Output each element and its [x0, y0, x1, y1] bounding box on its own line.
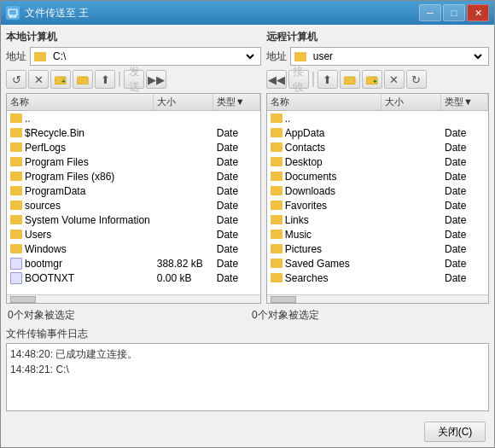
- file-name: Program Files: [25, 156, 89, 168]
- list-item[interactable]: DocumentsDate: [267, 169, 488, 183]
- local-address-row: 地址 C:\: [6, 47, 261, 66]
- list-item[interactable]: ProgramDataDate: [7, 183, 260, 198]
- remote-up-btn[interactable]: ⬆: [317, 70, 338, 89]
- receive-btn[interactable]: 接收: [288, 70, 309, 89]
- remote-list-body[interactable]: ..AppDataDateContactsDateDesktopDateDocu…: [267, 111, 488, 294]
- local-toolbar: ↺ ✕ + ⬆ 发送 ▶▶: [6, 68, 261, 90]
- list-item[interactable]: UsersDate: [7, 227, 260, 241]
- remote-back-btn[interactable]: ◀◀: [266, 70, 287, 89]
- local-newfolder-btn[interactable]: +: [50, 70, 71, 89]
- local-col-name[interactable]: 名称: [7, 94, 154, 110]
- list-item[interactable]: MusicDate: [267, 227, 488, 241]
- remote-address-select[interactable]: user: [310, 48, 485, 65]
- fast-forward-btn[interactable]: ▶▶: [146, 70, 166, 89]
- local-scroll-thumb[interactable]: [10, 296, 36, 303]
- list-item[interactable]: bootmgr388.82 kBDate: [7, 256, 260, 271]
- list-item[interactable]: PicturesDate: [267, 241, 488, 256]
- file-name: AppData: [285, 127, 325, 139]
- remote-folder-btn[interactable]: [340, 70, 360, 89]
- file-type: Date: [441, 171, 488, 183]
- folder-icon: [271, 172, 282, 181]
- list-item[interactable]: Program FilesDate: [7, 154, 260, 169]
- list-item[interactable]: Saved GamesDate: [267, 256, 488, 271]
- list-item[interactable]: DesktopDate: [267, 154, 488, 169]
- list-item[interactable]: $Recycle.BinDate: [7, 125, 260, 140]
- panels-row: 本地计算机 地址 C:\ ↺ ✕ +: [6, 30, 489, 304]
- list-item[interactable]: Program Files (x86)Date: [7, 169, 260, 183]
- list-item[interactable]: LinksDate: [267, 212, 488, 227]
- folder-icon: [10, 143, 22, 152]
- folder-icon: [271, 128, 282, 137]
- sep1: [119, 72, 120, 87]
- file-name: ProgramData: [25, 185, 85, 197]
- local-status: 0个对象被选定: [6, 307, 245, 323]
- file-type: Date: [213, 243, 260, 255]
- file-name: Favorites: [285, 200, 327, 212]
- list-item[interactable]: ..: [7, 111, 260, 125]
- log-section-wrapper: 文件传输事件日志 14:48:20: 已成功建立连接。14:48:21: C:\: [6, 327, 489, 411]
- local-address-select[interactable]: C:\: [50, 48, 257, 65]
- remote-newfolder-btn[interactable]: +: [362, 70, 382, 89]
- list-item[interactable]: BOOTNXT0.00 kBDate: [7, 271, 260, 285]
- file-type: Date: [213, 258, 260, 270]
- list-item[interactable]: sourcesDate: [7, 198, 260, 212]
- svg-rect-12: [366, 77, 370, 79]
- local-panel: 本地计算机 地址 C:\ ↺ ✕ +: [6, 30, 261, 304]
- file-name: BOOTNXT: [25, 272, 74, 284]
- list-item[interactable]: DownloadsDate: [267, 183, 488, 198]
- close-main-button[interactable]: 关闭(C): [424, 422, 486, 442]
- file-type: Date: [213, 185, 260, 197]
- file-name: Desktop: [285, 156, 323, 168]
- file-name: Downloads: [285, 185, 335, 197]
- folder-icon: [10, 244, 22, 253]
- local-scrollbar-h[interactable]: [7, 294, 260, 303]
- local-delete-btn[interactable]: ✕: [28, 70, 49, 89]
- folder-icon: [10, 186, 22, 195]
- list-item[interactable]: PerfLogsDate: [7, 140, 260, 154]
- remote-address-input[interactable]: user: [290, 47, 489, 66]
- list-item[interactable]: AppDataDate: [267, 125, 488, 140]
- minimize-button[interactable]: ─: [419, 4, 441, 21]
- remote-address-row: 地址 user: [266, 47, 489, 66]
- remote-refresh-btn[interactable]: ↻: [406, 70, 427, 89]
- local-file-list: 名称 大小 类型▼ ..$Recycle.BinDatePerfLogsDate…: [6, 93, 261, 304]
- file-name: Contacts: [285, 142, 325, 154]
- bottom-bar: 关闭(C): [1, 416, 494, 447]
- file-type: Date: [441, 142, 488, 154]
- local-col-type[interactable]: 类型▼: [213, 94, 260, 110]
- local-folder-icon: [34, 52, 46, 61]
- svg-rect-8: [77, 77, 81, 79]
- list-item[interactable]: FavoritesDate: [267, 198, 488, 212]
- local-up-btn[interactable]: ⬆: [95, 70, 115, 89]
- window-title: 文件传送至 王: [25, 6, 89, 20]
- remote-file-list: 名称 大小 类型▼ ..AppDataDateContactsDateDeskt…: [266, 93, 489, 304]
- remote-scrollbar-h[interactable]: [267, 294, 488, 303]
- local-folder-btn[interactable]: [73, 70, 93, 89]
- list-item[interactable]: ..: [267, 111, 488, 125]
- log-section[interactable]: 14:48:20: 已成功建立连接。14:48:21: C:\: [6, 343, 489, 411]
- list-item[interactable]: SearchesDate: [267, 271, 488, 285]
- local-col-size[interactable]: 大小: [154, 94, 213, 110]
- file-name: Documents: [285, 171, 337, 183]
- list-item[interactable]: ContactsDate: [267, 140, 488, 154]
- list-item[interactable]: System Volume InformationDate: [7, 212, 260, 227]
- local-refresh-btn[interactable]: ↺: [6, 70, 26, 89]
- file-type: Date: [441, 156, 488, 168]
- file-type: Date: [213, 127, 260, 139]
- file-name: Music: [285, 229, 312, 241]
- remote-scroll-thumb[interactable]: [271, 296, 296, 303]
- remote-delete-btn[interactable]: ✕: [384, 70, 405, 89]
- folder-icon: [10, 157, 22, 166]
- local-address-input[interactable]: C:\: [30, 47, 261, 66]
- close-window-button[interactable]: ✕: [467, 4, 489, 21]
- file-name: Program Files (x86): [25, 171, 114, 183]
- list-item[interactable]: WindowsDate: [7, 241, 260, 256]
- send-btn[interactable]: 发送: [124, 70, 144, 89]
- local-list-body[interactable]: ..$Recycle.BinDatePerfLogsDateProgram Fi…: [7, 111, 260, 294]
- remote-col-name[interactable]: 名称: [267, 94, 381, 110]
- folder-icon: [10, 113, 22, 123]
- maximize-button[interactable]: □: [443, 4, 465, 21]
- remote-col-size[interactable]: 大小: [381, 94, 441, 110]
- file-size: 0.00 kB: [154, 272, 213, 284]
- remote-col-type[interactable]: 类型▼: [441, 94, 488, 110]
